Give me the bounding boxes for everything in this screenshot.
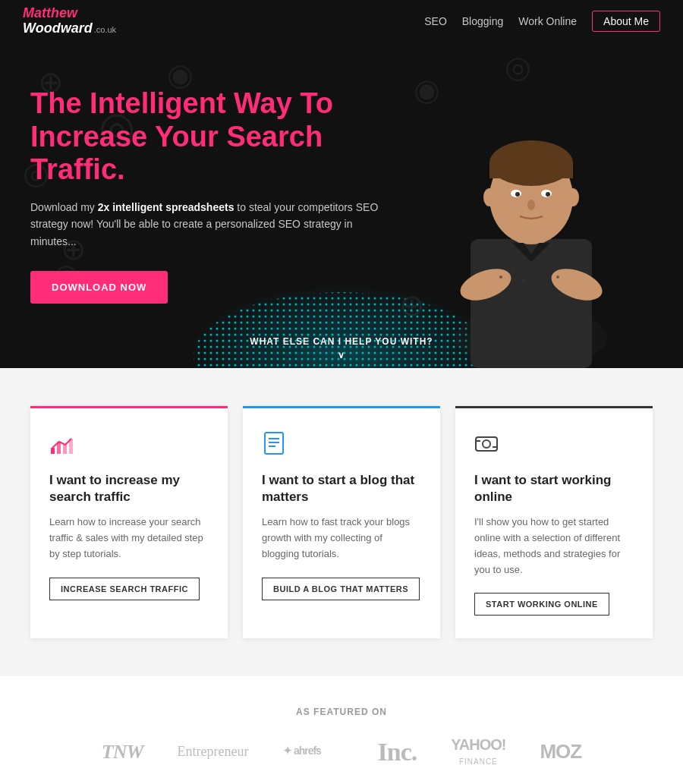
yahoo-logo: YAHOO! FINANCE — [451, 736, 505, 767]
site-logo[interactable]: Matthew Woodward .co.uk — [23, 6, 116, 36]
inc-logo: Inc. — [378, 738, 417, 767]
svg-rect-27 — [63, 445, 67, 454]
svg-point-21 — [522, 279, 525, 282]
site-header: Matthew Woodward .co.uk SEO Blogging Wor… — [0, 0, 683, 42]
svg-point-15 — [527, 200, 535, 210]
nav-work-online[interactable]: Work Online — [518, 15, 577, 27]
feature-3-desc: I'll show you how to get started online … — [474, 515, 634, 578]
feature-1-button[interactable]: INCREASE SEARCH TRAFFIC — [49, 578, 200, 600]
moz-logo: MOZ — [540, 740, 581, 764]
svg-rect-25 — [51, 448, 55, 454]
ahrefs-logo: ✦ ahrefs — [283, 741, 344, 763]
chevron-down-icon: ∨ — [250, 350, 433, 361]
svg-point-24 — [556, 276, 559, 279]
nav-blogging[interactable]: Blogging — [462, 15, 504, 27]
entrepreneur-logo: Entrepreneur — [178, 744, 249, 760]
logo-woodward: Woodward — [23, 21, 93, 36]
feature-2-title: I want to start a blog that matters — [262, 472, 421, 505]
logo-domain: .co.uk — [94, 25, 116, 34]
svg-point-16 — [483, 188, 496, 206]
feature-card-online: I want to start working online I'll show… — [455, 406, 653, 638]
blog-icon — [262, 431, 421, 461]
hero-content: The Intelligent Way To Increase Your Sea… — [30, 87, 395, 304]
features-section: I want to increase my search traffic Lea… — [0, 368, 683, 676]
svg-point-14 — [546, 192, 550, 197]
hero-person-image — [417, 65, 645, 368]
hero-section: ⊕ ◎ ◉ ◎ ⊕ ◉ ◎ ◉ ⊕ The Intelligent Way To… — [0, 42, 683, 368]
svg-point-19 — [499, 276, 502, 279]
svg-rect-33 — [476, 437, 497, 451]
feature-card-seo: I want to increase my search traffic Lea… — [30, 406, 228, 638]
featured-on-title: AS FEATURED ON — [23, 707, 660, 717]
feature-1-desc: Learn how to increase your search traffi… — [49, 515, 209, 562]
feature-1-title: I want to increase my search traffic — [49, 472, 209, 505]
feature-3-title: I want to start working online — [474, 472, 634, 505]
feature-2-desc: Learn how to fast track your blogs growt… — [262, 515, 421, 562]
svg-point-23 — [545, 283, 548, 286]
featured-on-section: AS FEATURED ON TNW Entrepreneur ✦ ahrefs… — [0, 676, 683, 784]
logo-matthew: Matthew — [23, 6, 77, 21]
feature-3-button[interactable]: START WORKING ONLINE — [474, 593, 609, 616]
logos-row: TNW Entrepreneur ✦ ahrefs Inc. YAHOO! FI… — [23, 736, 660, 767]
download-now-button[interactable]: DOWNLOAD NOW — [30, 271, 168, 304]
svg-point-17 — [567, 188, 579, 206]
nav-seo[interactable]: SEO — [424, 15, 447, 27]
tnw-logo: TNW — [102, 741, 143, 764]
feature-2-button[interactable]: BUILD A BLOG THAT MATTERS — [262, 578, 420, 600]
svg-point-20 — [511, 268, 514, 271]
hero-title: The Intelligent Way To Increase Your Sea… — [30, 87, 395, 187]
svg-point-34 — [483, 440, 490, 448]
money-icon — [474, 431, 634, 461]
main-nav: SEO Blogging Work Online About Me — [424, 11, 660, 32]
seo-icon — [49, 431, 209, 461]
svg-point-22 — [533, 272, 537, 275]
svg-rect-10 — [489, 163, 573, 178]
what-else-text: WHAT ELSE CAN I HELP YOU WITH? — [250, 336, 433, 347]
nav-about-me[interactable]: About Me — [592, 11, 660, 32]
svg-text:✦ ahrefs: ✦ ahrefs — [283, 745, 322, 757]
hero-description: Download my 2x intelligent spreadsheets … — [30, 199, 395, 250]
what-else-section[interactable]: WHAT ELSE CAN I HELP YOU WITH? ∨ — [250, 336, 433, 368]
svg-point-13 — [515, 192, 520, 197]
feature-card-blog: I want to start a blog that matters Lear… — [243, 406, 440, 638]
